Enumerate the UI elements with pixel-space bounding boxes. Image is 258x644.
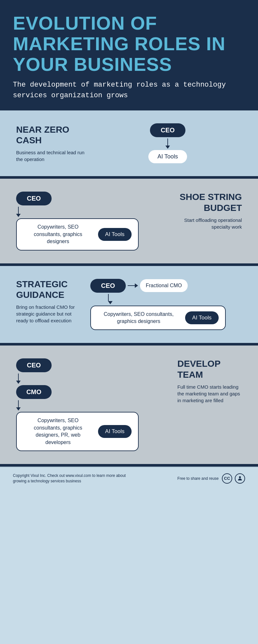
cmo-node-4: CMO	[16, 385, 52, 399]
section4-diagram: CEO CMO Copywriters, SEO consultants, gr…	[16, 358, 168, 451]
arrow-line-3	[108, 294, 109, 301]
fractional-cmo-node: Fractional CMO	[140, 279, 188, 292]
arrow-head-4b	[16, 407, 21, 411]
arrow-head-4a	[16, 381, 21, 384]
arrow-head-1	[165, 146, 170, 149]
main-title: EVOLUTION OF MARKETING ROLES IN YOUR BUS…	[13, 13, 245, 74]
specialists-text-2: Copywriters, SEO consultants, graphics d…	[23, 223, 93, 245]
footer-rights-text: Free to share and reuse	[177, 476, 219, 481]
section4-title: DEVELOP TEAM	[177, 358, 242, 380]
section2-text: SHOE STRING BUDGET Start offloading oper…	[171, 192, 242, 230]
footer-rights: Free to share and reuse CC	[177, 473, 245, 484]
arrow-head-2	[16, 214, 21, 217]
divider-1	[0, 176, 258, 179]
section3-desc: Bring on fractional CMO for strategic gu…	[16, 304, 81, 324]
arrow-right-head-3	[135, 283, 138, 288]
section1-title: NEAR ZERO CASH	[16, 124, 87, 146]
arrow-down-3	[108, 294, 113, 304]
divider-4	[0, 464, 258, 467]
ceo-node-3: CEO	[90, 279, 126, 293]
section4-desc: Full time CMO starts leading the marketi…	[177, 384, 242, 404]
main-subtitle: The development of marketing roles as a …	[13, 80, 245, 101]
section-develop-team: CEO CMO Copywriters, SEO consultants, gr…	[0, 346, 258, 464]
arrow-line-4a	[18, 374, 19, 381]
section3-diagram: CEO Fractional CMO Copywriters, SEO cons…	[90, 279, 242, 330]
footer-icons: CC	[222, 473, 245, 484]
arrow-down-4b	[16, 400, 21, 411]
section2-desc: Start offloading operational specialty w…	[171, 217, 242, 230]
ceo-node-4: CEO	[16, 358, 52, 372]
svg-point-0	[239, 476, 241, 478]
section2-diagram: CEO Copywriters, SEO consultants, graphi…	[16, 192, 164, 250]
section3-text: STRATEGIC GUIDANCE Bring on fractional C…	[16, 279, 81, 324]
section-shoestring: CEO Copywriters, SEO consultants, graphi…	[0, 179, 258, 263]
footer-copyright: Copyright Vixul Inc. Check out www.vixul…	[13, 473, 135, 484]
ai-tools-node-2: AI Tools	[98, 228, 132, 241]
arrow-down-1	[165, 138, 170, 149]
header: EVOLUTION OF MARKETING ROLES IN YOUR BUS…	[0, 0, 258, 110]
footer: Copyright Vixul Inc. Check out www.vixul…	[0, 467, 258, 490]
section2-title: SHOE STRING BUDGET	[171, 192, 242, 213]
section1-text: NEAR ZERO CASH Business and technical le…	[16, 124, 87, 163]
section-near-zero-cash: NEAR ZERO CASH Business and technical le…	[0, 110, 258, 176]
section4-text: DEVELOP TEAM Full time CMO starts leadin…	[177, 358, 242, 403]
arrow-right-3	[128, 283, 138, 288]
ceo-node-1: CEO	[150, 123, 185, 137]
specialists-text-3: Copywriters, SEO consultants, graphics d…	[97, 311, 180, 325]
divider-3	[0, 343, 258, 346]
ceo-node-2: CEO	[16, 192, 52, 205]
specialists-box-3: Copywriters, SEO consultants, graphics d…	[90, 306, 226, 330]
arrow-down-2	[16, 207, 21, 217]
arrow-line-1	[167, 138, 168, 146]
specialists-box-4: Copywriters, SEO consultants, graphics d…	[16, 412, 139, 451]
ai-tools-node-1: AI Tools	[148, 150, 187, 163]
section-strategic: STRATEGIC GUIDANCE Bring on fractional C…	[0, 266, 258, 343]
arrow-line-4b	[18, 400, 19, 407]
section1-desc: Business and technical lead run the oper…	[16, 149, 87, 163]
divider-2	[0, 263, 258, 266]
ai-tools-node-3: AI Tools	[185, 311, 219, 324]
arrow-head-3	[108, 301, 113, 304]
cc-icon: CC	[222, 473, 232, 484]
specialists-text-4: Copywriters, SEO consultants, graphics d…	[23, 417, 93, 446]
specialists-box-2: Copywriters, SEO consultants, graphics d…	[16, 218, 139, 250]
ai-tools-node-4: AI Tools	[98, 425, 132, 438]
person-icon	[235, 473, 245, 484]
section3-title: STRATEGIC GUIDANCE	[16, 279, 81, 300]
section3-top-row: CEO Fractional CMO	[90, 279, 188, 293]
arrow-down-4a	[16, 374, 21, 384]
arrow-right-line-3	[128, 285, 135, 286]
arrow-line-2	[18, 207, 19, 214]
section1-diagram: CEO AI Tools	[94, 123, 242, 163]
